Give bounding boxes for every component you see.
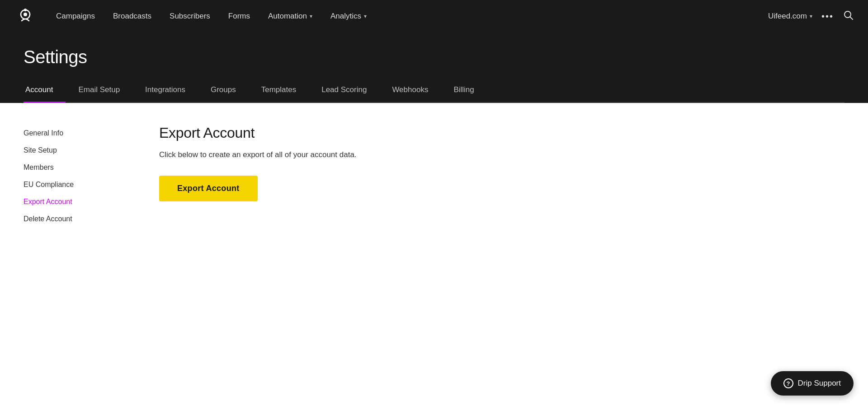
tab-groups[interactable]: Groups: [198, 80, 249, 103]
tab-templates[interactable]: Templates: [249, 80, 309, 103]
content-description: Click below to create an export of all o…: [159, 150, 844, 159]
search-icon[interactable]: [843, 9, 854, 23]
nav-subscribers[interactable]: Subscribers: [160, 0, 219, 33]
sidebar-item-delete-account[interactable]: Delete Account: [24, 210, 123, 228]
sidebar-item-eu-compliance[interactable]: EU Compliance: [24, 176, 123, 193]
svg-point-1: [24, 13, 27, 16]
sidebar: General Info Site Setup Members EU Compl…: [24, 125, 123, 396]
tab-lead-scoring[interactable]: Lead Scoring: [309, 80, 379, 103]
nav-analytics[interactable]: Analytics ▾: [321, 0, 376, 33]
nav-right: Uifeed.com ▾ •••: [768, 9, 854, 23]
drip-support-button[interactable]: ? Drip Support: [771, 371, 854, 396]
tab-billing[interactable]: Billing: [441, 80, 486, 103]
content-title: Export Account: [159, 125, 844, 141]
tab-email-setup[interactable]: Email Setup: [66, 80, 132, 103]
export-account-button[interactable]: Export Account: [159, 176, 258, 201]
domain-chevron-icon: ▾: [810, 13, 812, 19]
main-content: General Info Site Setup Members EU Compl…: [0, 103, 868, 410]
nav-more-button[interactable]: •••: [821, 11, 834, 22]
nav-forms[interactable]: Forms: [219, 0, 259, 33]
tab-webhooks[interactable]: Webhooks: [379, 80, 441, 103]
help-circle-icon: ?: [783, 378, 793, 388]
automation-chevron-icon: ▾: [310, 13, 312, 19]
nav-domain[interactable]: Uifeed.com ▾: [768, 12, 812, 21]
logo[interactable]: [14, 5, 36, 27]
tab-account[interactable]: Account: [24, 80, 66, 103]
sidebar-item-members[interactable]: Members: [24, 159, 123, 176]
nav-links: Campaigns Broadcasts Subscribers Forms A…: [47, 0, 768, 33]
drip-support-label: Drip Support: [798, 379, 841, 388]
tab-integrations[interactable]: Integrations: [132, 80, 198, 103]
svg-point-2: [24, 9, 27, 11]
nav-automation[interactable]: Automation ▾: [259, 0, 321, 33]
sidebar-item-site-setup[interactable]: Site Setup: [24, 142, 123, 159]
nav-broadcasts[interactable]: Broadcasts: [104, 0, 160, 33]
settings-tabs: Account Email Setup Integrations Groups …: [24, 80, 844, 103]
page-title: Settings: [24, 47, 844, 67]
svg-line-4: [850, 17, 853, 20]
nav-campaigns[interactable]: Campaigns: [47, 0, 104, 33]
content-area: Export Account Click below to create an …: [123, 125, 844, 396]
analytics-chevron-icon: ▾: [364, 13, 367, 19]
top-nav: Campaigns Broadcasts Subscribers Forms A…: [0, 0, 868, 33]
settings-header: Settings Account Email Setup Integration…: [0, 33, 868, 103]
sidebar-item-export-account[interactable]: Export Account: [24, 193, 123, 210]
sidebar-item-general-info[interactable]: General Info: [24, 125, 123, 142]
